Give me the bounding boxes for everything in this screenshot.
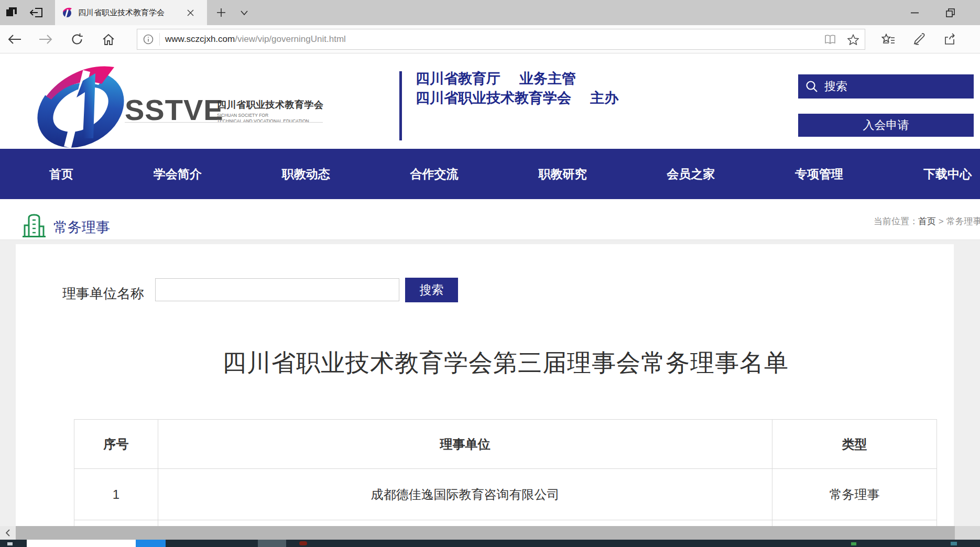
table-search-button[interactable]: 搜索 bbox=[405, 278, 458, 302]
page-background: 理事单位名称 搜索 四川省职业技术教育学会第三届理事会常务理事名单 序号 理事单… bbox=[0, 240, 980, 526]
section-title: 常务理事 bbox=[53, 218, 110, 237]
building-icon bbox=[22, 213, 46, 238]
site-header: SSTVE 四川省职业技术教育学会 SICHUAN SOCIETY FOR TE… bbox=[0, 53, 980, 149]
scrollbar-thumb[interactable] bbox=[16, 526, 955, 540]
sponsor-line-1: 四川省教育厅业务主管 bbox=[416, 69, 618, 89]
logo-name-cn: 四川省职业技术教育学会 bbox=[217, 99, 327, 111]
horizontal-scrollbar[interactable] bbox=[0, 526, 980, 540]
taskbar-icon-green-sliver[interactable] bbox=[851, 542, 856, 545]
nav-item-projects[interactable]: 专项管理 bbox=[795, 166, 843, 182]
site-favicon bbox=[61, 7, 73, 18]
scroll-left-arrow-icon[interactable] bbox=[0, 526, 16, 540]
nav-item-news[interactable]: 职教动态 bbox=[282, 166, 330, 182]
header-search-placeholder: 搜索 bbox=[824, 79, 847, 94]
nav-item-downloads[interactable]: 下载中心 bbox=[923, 166, 972, 182]
home-icon[interactable] bbox=[98, 29, 119, 50]
tab-title: 四川省职业技术教育学会 bbox=[78, 8, 184, 18]
taskbar-search-box-sliver[interactable] bbox=[27, 540, 136, 547]
favorite-star-icon[interactable] bbox=[842, 34, 865, 45]
header-search-box[interactable]: 搜索 bbox=[798, 74, 974, 99]
set-tabs-aside-icon[interactable] bbox=[25, 0, 48, 25]
join-membership-button[interactable]: 入会申请 bbox=[798, 114, 974, 137]
logo-name-block: 四川省职业技术教育学会 SICHUAN SOCIETY FOR TECHNICA… bbox=[217, 99, 327, 124]
breadcrumb-separator: > bbox=[939, 216, 944, 226]
header-serial: 序号 bbox=[74, 420, 158, 468]
site-info-icon[interactable] bbox=[137, 34, 159, 45]
window-restore-button[interactable] bbox=[934, 0, 966, 25]
tab-close-icon[interactable] bbox=[187, 9, 194, 16]
tab-preview-chevron-icon[interactable] bbox=[235, 0, 254, 25]
reading-view-icon[interactable] bbox=[819, 35, 842, 45]
sponsor-lines: 四川省教育厅业务主管 四川省职业技术教育学会主办 bbox=[416, 69, 618, 108]
breadcrumb-current: 常务理事 bbox=[946, 216, 980, 226]
cell-serial: 1 bbox=[74, 469, 158, 520]
taskbar-active-item-sliver[interactable] bbox=[136, 540, 166, 547]
nav-item-members[interactable]: 会员之家 bbox=[667, 166, 715, 182]
header-unit: 理事单位 bbox=[158, 420, 772, 468]
tabs-aside-preview-icon[interactable] bbox=[0, 0, 23, 25]
address-bar[interactable]: www.sczcjxh.com/view/vip/governingUnit.h… bbox=[137, 29, 865, 50]
back-icon[interactable] bbox=[4, 29, 25, 50]
hub-favorites-icon[interactable] bbox=[877, 29, 900, 50]
url-text: www.sczcjxh.com/view/vip/governingUnit.h… bbox=[165, 34, 346, 45]
breadcrumb-home-link[interactable]: 首页 bbox=[918, 216, 936, 226]
breadcrumb: 当前位置：首页 > 常务理事 bbox=[874, 215, 980, 227]
table-header-row: 序号 理事单位 类型 bbox=[74, 420, 937, 469]
url-path: /view/vip/governingUnit.html bbox=[235, 34, 346, 44]
section-header-row: 常务理事 当前位置：首页 > 常务理事 bbox=[0, 199, 980, 240]
table-row: 1 成都德佳逸国际教育咨询有限公司 常务理事 bbox=[74, 469, 937, 520]
unit-name-input[interactable] bbox=[155, 278, 399, 301]
taskbar-icon-red-sliver[interactable] bbox=[299, 541, 307, 545]
taskbar-item-sliver[interactable] bbox=[258, 540, 286, 547]
edge-browser-window: { "browser": { "tab_title": "四川省职业技术教育学会… bbox=[0, 0, 980, 547]
logo-acronym: SSTVE bbox=[125, 96, 224, 124]
breadcrumb-location-label: 当前位置： bbox=[874, 216, 918, 226]
list-title: 四川省职业技术教育学会第三届理事会常务理事名单 bbox=[74, 347, 937, 379]
header-type: 类型 bbox=[772, 420, 937, 468]
start-button-sliver[interactable] bbox=[7, 542, 13, 545]
new-tab-icon[interactable] bbox=[210, 0, 233, 25]
search-icon bbox=[805, 80, 818, 93]
web-note-pen-icon[interactable] bbox=[907, 29, 930, 50]
sstve-logo-graphic bbox=[35, 60, 129, 148]
filter-label: 理事单位名称 bbox=[62, 285, 144, 303]
windows-taskbar bbox=[0, 540, 980, 547]
browser-toolbar: www.sczcjxh.com/view/vip/governingUnit.h… bbox=[0, 25, 980, 53]
nav-item-cooperation[interactable]: 合作交流 bbox=[410, 166, 459, 182]
main-navigation: 首页 学会简介 职教动态 合作交流 职教研究 会员之家 专项管理 下载中心 bbox=[0, 149, 980, 199]
nav-item-home[interactable]: 首页 bbox=[49, 166, 73, 182]
table-row-partial bbox=[74, 520, 937, 526]
refresh-icon[interactable] bbox=[67, 29, 88, 50]
browser-tab[interactable]: 四川省职业技术教育学会 bbox=[55, 0, 207, 25]
window-minimize-button[interactable] bbox=[898, 0, 931, 25]
share-icon[interactable] bbox=[938, 29, 961, 50]
address-divider bbox=[159, 33, 160, 46]
taskbar-icon-teal-sliver[interactable] bbox=[951, 542, 957, 545]
nav-item-about[interactable]: 学会简介 bbox=[154, 166, 202, 182]
header-divider-bar bbox=[399, 71, 402, 140]
logo-underline bbox=[125, 122, 323, 123]
forward-icon[interactable] bbox=[35, 29, 56, 50]
content-panel: 理事单位名称 搜索 四川省职业技术教育学会第三届理事会常务理事名单 序号 理事单… bbox=[16, 244, 954, 526]
cell-type: 常务理事 bbox=[772, 469, 937, 520]
tab-strip: 四川省职业技术教育学会 bbox=[0, 0, 980, 25]
url-host: www.sczcjxh.com bbox=[165, 34, 235, 44]
sponsor-line-2: 四川省职业技术教育学会主办 bbox=[416, 89, 618, 108]
nav-item-research[interactable]: 职教研究 bbox=[538, 166, 586, 182]
governing-units-table: 序号 理事单位 类型 1 成都德佳逸国际教育咨询有限公司 常务理事 bbox=[74, 419, 937, 526]
cell-unit: 成都德佳逸国际教育咨询有限公司 bbox=[158, 469, 772, 520]
